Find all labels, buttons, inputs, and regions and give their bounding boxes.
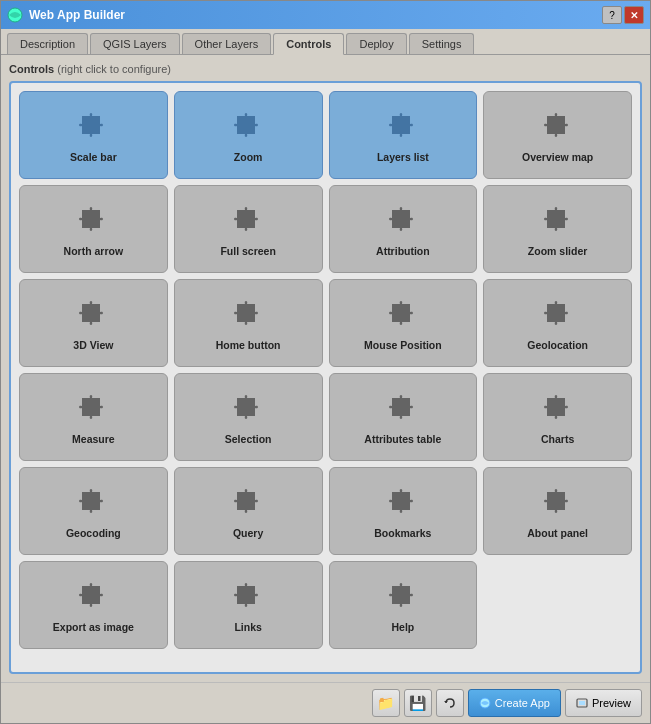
control-geolocation[interactable]: Geolocation xyxy=(483,279,632,367)
control-measure[interactable]: Measure xyxy=(19,373,168,461)
svg-rect-3 xyxy=(579,701,585,705)
tab-controls[interactable]: Controls xyxy=(273,33,344,55)
control-label-geolocation: Geolocation xyxy=(527,339,588,352)
control-label-zoom-slider: Zoom slider xyxy=(528,245,588,258)
control-help[interactable]: Help xyxy=(329,561,478,649)
control-full-screen[interactable]: Full screen xyxy=(174,185,323,273)
puzzle-icon xyxy=(539,202,577,240)
control-label-overview-map: Overview map xyxy=(522,151,593,164)
control-label-about-panel: About panel xyxy=(527,527,588,540)
tab-description[interactable]: Description xyxy=(7,33,88,54)
puzzle-icon xyxy=(229,390,267,428)
tab-settings[interactable]: Settings xyxy=(409,33,475,54)
control-scale-bar[interactable]: Scale bar xyxy=(19,91,168,179)
puzzle-icon xyxy=(74,390,112,428)
control-label-full-screen: Full screen xyxy=(220,245,275,258)
control-label-scale-bar: Scale bar xyxy=(70,151,117,164)
puzzle-icon xyxy=(229,484,267,522)
save-button[interactable]: 💾 xyxy=(404,689,432,717)
puzzle-icon xyxy=(74,296,112,334)
control-home-button[interactable]: Home button xyxy=(174,279,323,367)
controls-panel: Scale barZoomLayers listOverview mapNort… xyxy=(9,81,642,674)
control-label-attributes-table: Attributes table xyxy=(364,433,441,446)
control-mouse-position[interactable]: Mouse Position xyxy=(329,279,478,367)
title-bar: Web App Builder ? ✕ xyxy=(1,1,650,29)
puzzle-icon xyxy=(74,484,112,522)
puzzle-icon xyxy=(229,202,267,240)
tab-qgis-layers[interactable]: QGIS Layers xyxy=(90,33,180,54)
control-geocoding[interactable]: Geocoding xyxy=(19,467,168,555)
app-icon xyxy=(7,7,23,23)
bottom-bar: 📁 💾 Create App Preview xyxy=(1,682,650,723)
puzzle-icon xyxy=(74,202,112,240)
open-button[interactable]: 📁 xyxy=(372,689,400,717)
control-label-export-as-image: Export as image xyxy=(53,621,134,634)
tab-bar: DescriptionQGIS LayersOther LayersContro… xyxy=(1,29,650,55)
control-label-layers-list: Layers list xyxy=(377,151,429,164)
puzzle-icon xyxy=(384,296,422,334)
window-title: Web App Builder xyxy=(29,8,602,22)
control-label-north-arrow: North arrow xyxy=(64,245,124,258)
control-selection[interactable]: Selection xyxy=(174,373,323,461)
control-attribution[interactable]: Attribution xyxy=(329,185,478,273)
control-bookmarks[interactable]: Bookmarks xyxy=(329,467,478,555)
controls-grid: Scale barZoomLayers listOverview mapNort… xyxy=(19,91,632,649)
help-button[interactable]: ? xyxy=(602,6,622,24)
control-zoom[interactable]: Zoom xyxy=(174,91,323,179)
control-attributes-table[interactable]: Attributes table xyxy=(329,373,478,461)
control-zoom-slider[interactable]: Zoom slider xyxy=(483,185,632,273)
create-app-button[interactable]: Create App xyxy=(468,689,561,717)
puzzle-icon xyxy=(229,578,267,616)
puzzle-icon xyxy=(539,108,577,146)
puzzle-icon xyxy=(74,578,112,616)
control-about-panel[interactable]: About panel xyxy=(483,467,632,555)
control-label-links: Links xyxy=(234,621,261,634)
control-label-charts: Charts xyxy=(541,433,574,446)
close-button[interactable]: ✕ xyxy=(624,6,644,24)
control-label-zoom: Zoom xyxy=(234,151,263,164)
puzzle-icon xyxy=(384,108,422,146)
control-charts[interactable]: Charts xyxy=(483,373,632,461)
puzzle-icon xyxy=(384,390,422,428)
control-layers-list[interactable]: Layers list xyxy=(329,91,478,179)
puzzle-icon xyxy=(229,296,267,334)
puzzle-icon xyxy=(539,484,577,522)
section-label: Controls (right click to configure) xyxy=(9,63,642,75)
control-label-query: Query xyxy=(233,527,263,540)
control-3d-view[interactable]: 3D View xyxy=(19,279,168,367)
control-label-home-button: Home button xyxy=(216,339,281,352)
control-label-mouse-position: Mouse Position xyxy=(364,339,442,352)
puzzle-icon xyxy=(539,390,577,428)
undo-button[interactable] xyxy=(436,689,464,717)
puzzle-icon xyxy=(384,578,422,616)
control-query[interactable]: Query xyxy=(174,467,323,555)
control-overview-map[interactable]: Overview map xyxy=(483,91,632,179)
control-label-measure: Measure xyxy=(72,433,115,446)
tab-deploy[interactable]: Deploy xyxy=(346,33,406,54)
tab-other-layers[interactable]: Other Layers xyxy=(182,33,272,54)
control-label-geocoding: Geocoding xyxy=(66,527,121,540)
content-area: Controls (right click to configure) Scal… xyxy=(1,55,650,682)
control-label-help: Help xyxy=(391,621,414,634)
preview-button[interactable]: Preview xyxy=(565,689,642,717)
control-north-arrow[interactable]: North arrow xyxy=(19,185,168,273)
control-label-3d-view: 3D View xyxy=(73,339,113,352)
main-window: Web App Builder ? ✕ DescriptionQGIS Laye… xyxy=(0,0,651,724)
control-label-attribution: Attribution xyxy=(376,245,430,258)
puzzle-icon xyxy=(74,108,112,146)
control-label-bookmarks: Bookmarks xyxy=(374,527,431,540)
puzzle-icon xyxy=(384,484,422,522)
puzzle-icon xyxy=(229,108,267,146)
control-links[interactable]: Links xyxy=(174,561,323,649)
control-export-as-image[interactable]: Export as image xyxy=(19,561,168,649)
puzzle-icon xyxy=(539,296,577,334)
puzzle-icon xyxy=(384,202,422,240)
control-label-selection: Selection xyxy=(225,433,272,446)
window-controls: ? ✕ xyxy=(602,6,644,24)
